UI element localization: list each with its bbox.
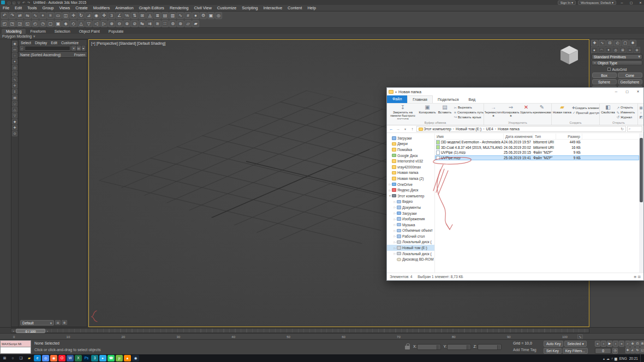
easy-access-button[interactable]: ✓Простой доступ [572, 110, 599, 115]
next-frame-icon[interactable]: › [613, 341, 618, 347]
tray-volume-icon[interactable]: ♪ [611, 357, 613, 360]
explorer-filter-icon[interactable]: ◎ [12, 65, 17, 70]
excel-app-icon[interactable]: X [75, 355, 82, 361]
redo-icon[interactable]: ↷ [26, 1, 31, 4]
search-button[interactable]: ○ [9, 355, 16, 361]
explorer-filter-icon[interactable]: ▽ [12, 113, 17, 118]
menu-item[interactable]: Graph Editors [136, 5, 167, 10]
select-and-move-icon[interactable]: ✛ [70, 12, 77, 19]
ribbon-panel-bar[interactable]: Polygon Modeling ▾ [0, 34, 644, 39]
zoom-all-icon[interactable]: ⊕ [630, 341, 635, 347]
tree-item[interactable]: Новая папка (2) [387, 176, 434, 182]
paste-shortcut-button[interactable]: ↪Вставить ярлык [453, 114, 484, 119]
time-slider-track[interactable]: ‹ 0 / 100 › [11, 328, 589, 333]
menu-item[interactable]: Create [73, 5, 91, 10]
toolbar-icon[interactable]: ◲ [16, 20, 23, 27]
menu-item[interactable]: File [0, 5, 12, 10]
undo-icon[interactable]: ↶ [21, 1, 26, 4]
file-menu-tab[interactable]: Файл [387, 95, 407, 103]
set-key-button[interactable]: Set Key [544, 348, 562, 354]
toolbar-icon[interactable]: ◳ [9, 20, 16, 27]
bind-to-space-warp-icon[interactable]: ∿ [32, 12, 39, 19]
ribbon-tab[interactable]: Populate [104, 29, 128, 34]
expand-arrow-icon[interactable]: ▷ [393, 200, 397, 203]
mirror-icon[interactable]: ◬ [146, 12, 153, 19]
edge-app-icon[interactable]: e [34, 355, 41, 361]
tree-item[interactable]: Google Диск [387, 153, 434, 159]
explorer-filter-icon[interactable]: ⌂ [12, 71, 17, 76]
scene-explorer-column-headers[interactable]: Name (Sorted Ascending) Frozen [19, 52, 87, 58]
explorer-filter-icon[interactable]: ∿ [12, 77, 17, 82]
scene-explorer-menu-item[interactable]: Customize [61, 41, 79, 45]
render-setup-icon[interactable]: ⚙ [200, 12, 207, 19]
schematic-view-icon[interactable]: # [184, 12, 192, 19]
steam-app-icon[interactable]: ◉ [132, 355, 139, 361]
zoom-extents-icon[interactable]: ⊡ [635, 341, 640, 347]
tree-item[interactable]: Interiorshd v032 [387, 158, 434, 164]
toolbar-icon[interactable]: △ [77, 20, 85, 27]
maxscript-listener-white[interactable] [0, 347, 31, 354]
toolbar-icon[interactable]: ⊛ [177, 20, 184, 27]
primitive-button[interactable]: Sphere [592, 79, 617, 85]
helpers-category-icon[interactable]: ⊞ [619, 47, 626, 53]
play-icon[interactable]: ▶ [607, 341, 612, 347]
recent-locations-icon[interactable]: ▾ [402, 127, 408, 131]
menu-item[interactable]: Group [40, 5, 57, 10]
history-button[interactable]: ↺Журнал [616, 114, 636, 119]
toolbar-icon[interactable]: ⊕ [108, 20, 115, 27]
menu-item[interactable]: Rendering [167, 5, 192, 10]
file-row[interactable]: UVPipe.mzp 25.06.2019 19:41 Файл "MZP" 9… [435, 155, 639, 161]
file-row[interactable]: [3D модели] Evermotion - Archmodels A...… [435, 140, 639, 145]
tree-item[interactable]: ▷ Локальный диск ( [387, 239, 434, 245]
fov-icon[interactable]: ∠ [630, 347, 635, 353]
select-group-icon[interactable]: ▦ [639, 105, 643, 110]
toolbar-icon[interactable]: ◰ [1, 20, 8, 27]
file-list-pane[interactable]: Имя Дата изменения Тип Размер [3D модели… [435, 134, 639, 273]
go-end-icon[interactable]: » [619, 341, 624, 347]
align-icon[interactable]: ≣ [154, 12, 161, 19]
workspaces-dropdown[interactable]: Workspaces: Default ▾ [578, 1, 616, 5]
modify-tab-icon[interactable]: ∿ [599, 40, 606, 46]
explorer-scrollbar[interactable] [639, 134, 643, 273]
explorer-filter-icon[interactable]: ○ [12, 53, 17, 58]
select-object-icon[interactable]: ⌖ [39, 12, 46, 19]
menu-item[interactable]: Civil View [191, 5, 214, 10]
snaps-toggle-icon[interactable]: 3 [108, 12, 115, 19]
breadcrumb-item[interactable]: Этот компьютер [424, 127, 456, 131]
toolbar-icon[interactable]: ▷ [100, 20, 108, 27]
toolbar-icon[interactable]: ▽ [85, 20, 92, 27]
sign-in-button[interactable]: Sign In ▾ [558, 1, 576, 5]
toolbar-icon[interactable]: ⊚ [169, 20, 176, 27]
new-item-button[interactable]: ✚Создать элемент [572, 105, 599, 110]
close-button[interactable]: ✕ [637, 1, 644, 5]
toolbar-icon[interactable]: ⊗ [123, 20, 130, 27]
y-coordinate-field[interactable] [447, 344, 471, 350]
select-group-icon[interactable]: ▫ [639, 110, 643, 115]
breadcrumb[interactable]: Этот компьютерНовый том (E:)UE4Новая пап… [416, 126, 626, 132]
explorer-titlebar[interactable]: ▾ Новая папка ─ ▢ ✕ [387, 88, 643, 96]
x-spinner[interactable] [437, 345, 440, 349]
copy-path-button[interactable]: ≡Скопировать путь [453, 110, 484, 115]
expand-arrow-icon[interactable]: ▷ [393, 229, 397, 232]
viewport-label[interactable]: [+] [Perspective] [Standard] [Default Sh… [91, 41, 165, 45]
toolbar-icon[interactable]: ▱ [184, 20, 192, 27]
pan-icon[interactable]: ✜ [625, 347, 630, 353]
select-by-name-icon[interactable]: ≡ [47, 12, 54, 19]
tray-up-icon[interactable]: ▴ [603, 357, 605, 360]
tree-item[interactable]: ▷ Видео [387, 199, 434, 205]
breadcrumb-item[interactable]: UE4 [486, 127, 498, 131]
explorer-search-box[interactable]: ⌕ [627, 126, 642, 132]
tree-item[interactable]: vray42000max [387, 164, 434, 170]
move-to-button[interactable]: → Переместить в [485, 104, 502, 119]
auto-key-button[interactable]: Auto Key [544, 341, 563, 347]
object-type-rollout[interactable]: − Object Type [592, 61, 642, 65]
pin-to-quick-access-button[interactable]: ↧ Закрепить на панели быстрого доступа [387, 104, 418, 119]
delete-button[interactable]: ✕ Удалить [520, 104, 533, 119]
column-chooser-icon[interactable]: ⊞ [77, 46, 81, 51]
lights-category-icon[interactable]: ✦ [605, 47, 612, 53]
explorer-filter-icon[interactable]: ✛ [12, 83, 17, 88]
scene-explorer-menu-item[interactable]: Display [35, 41, 47, 45]
selection-dropdown[interactable]: Selected ▾ [564, 341, 586, 347]
open-file-icon[interactable]: ◱ [11, 1, 16, 4]
expand-arrow-icon[interactable]: ▷ [393, 234, 397, 238]
